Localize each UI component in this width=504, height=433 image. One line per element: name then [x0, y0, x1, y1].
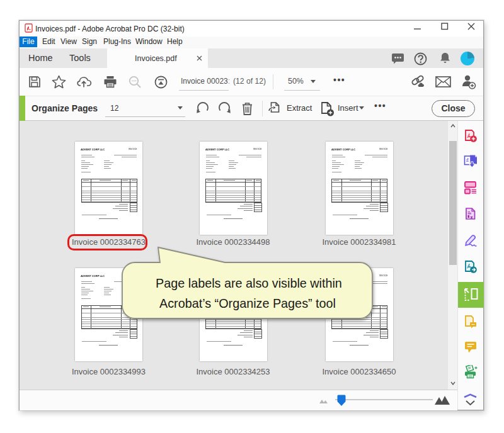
svg-text:Page labels are also visible w: Page labels are also visible within — [156, 276, 342, 290]
svg-text:Acrobat’s “Organize Pages” too: Acrobat’s “Organize Pages” tool — [159, 296, 336, 310]
